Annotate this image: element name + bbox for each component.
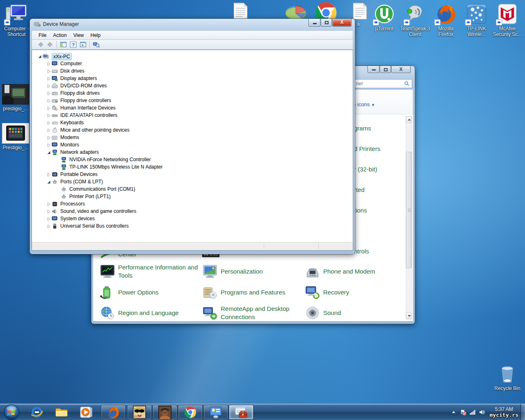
cp-clipped-label[interactable]: rted: [354, 186, 365, 193]
tree-item-label[interactable]: Keyboards: [59, 119, 85, 126]
tree-item-printer-port-lpt1[interactable]: Printer Port (LPT1): [32, 193, 353, 201]
menu-view[interactable]: View: [70, 31, 87, 39]
tree-item-network-adapters[interactable]: Network adapters: [32, 149, 353, 156]
expand-toggle-icon[interactable]: [47, 62, 51, 66]
expand-toggle-icon[interactable]: [47, 99, 51, 103]
expand-toggle-icon[interactable]: [47, 121, 51, 125]
tree-item-label[interactable]: System devices: [59, 215, 96, 222]
tree-item-xxx-pc[interactable]: xXx-PC: [32, 53, 353, 60]
tree-item-dvd-cd-rom-drives[interactable]: DVD/CD-ROM drives: [32, 82, 353, 90]
cp-item-label[interactable]: Performance Information and Tools: [118, 263, 199, 280]
tree-item-label[interactable]: Processors: [59, 201, 86, 207]
tree-item-floppy-disk-drives[interactable]: Floppy disk drives: [32, 90, 353, 97]
taskbar-control-panel-task[interactable]: [203, 405, 228, 420]
expand-toggle-icon[interactable]: [47, 143, 51, 147]
cp-item-label[interactable]: Programs and Features: [221, 288, 301, 297]
cp-item-label[interactable]: Personalization: [221, 267, 301, 276]
desktop-icon-prestigio-photo-1[interactable]: prestigio_...: [0, 84, 31, 112]
tree-item-label[interactable]: Floppy disk drives: [59, 90, 101, 96]
desktop-icon-document-1[interactable]: [225, 2, 256, 21]
menu-file[interactable]: File: [35, 31, 50, 39]
cp-item-personalization[interactable]: Personalization: [203, 260, 301, 283]
tree-item-label[interactable]: Printer Port (LPT1): [68, 193, 112, 200]
desktop-icon-computer-shortcut[interactable]: Computer - Shortcut: [1, 4, 32, 37]
dm-minimize-button[interactable]: [308, 19, 320, 27]
hidden-icons-chevron-icon[interactable]: [450, 409, 457, 415]
cp-item-label[interactable]: Power Options: [118, 288, 199, 297]
desktop-icon-recycle-bin[interactable]: Recycle Bin: [492, 363, 523, 391]
menu-help[interactable]: Help: [87, 31, 104, 39]
cp-item-label[interactable]: Region and Language: [118, 309, 199, 317]
tree-item-label[interactable]: Network adapters: [59, 149, 100, 155]
scrollbar-thumb[interactable]: [406, 152, 412, 268]
tree-item-floppy-drive-controllers[interactable]: Floppy drive controllers: [32, 97, 353, 105]
tree-item-monitors[interactable]: Monitors: [32, 142, 353, 149]
desktop-icon-prestigio-photo-2[interactable]: Prestigio_...: [0, 123, 31, 151]
expand-toggle-icon[interactable]: [47, 128, 51, 132]
console-tree-icon[interactable]: [59, 41, 67, 49]
control-panel-search-box[interactable]: nel: [353, 79, 412, 88]
tree-item-tp-link-150mbps-wireless-lite-n-adapter[interactable]: TP-LINK 150Mbps Wireless Lite N Adapter: [32, 164, 353, 171]
collapse-toggle-icon[interactable]: [38, 55, 42, 59]
taskbar-windows-media-player[interactable]: [75, 405, 97, 420]
tree-item-label[interactable]: Human Interface Devices: [59, 105, 117, 111]
cp-item-label[interactable]: RemoteApp and Desktop Connections: [221, 305, 301, 321]
cp-close-button[interactable]: X: [391, 66, 411, 73]
cp-item-performance-information-and-tools[interactable]: Performance Information and Tools: [100, 260, 199, 283]
taskbar-start-button[interactable]: [2, 404, 21, 420]
tree-item-label[interactable]: Sound, video and game controllers: [59, 208, 137, 215]
tree-item-modems[interactable]: Modems: [32, 134, 353, 142]
cp-item-label[interactable]: Recovery: [323, 288, 404, 297]
cp-clipped-label[interactable]: ntrols: [354, 248, 369, 255]
tree-item-universal-serial-bus-controllers[interactable]: Universal Serial Bus controllers: [32, 223, 353, 230]
back-icon[interactable]: [36, 41, 44, 49]
scroll-down-button[interactable]: [406, 313, 412, 319]
tree-item-label[interactable]: Monitors: [59, 142, 80, 148]
tree-item-portable-devices[interactable]: Portable Devices: [32, 171, 353, 178]
help-icon[interactable]: ?: [69, 41, 77, 49]
tree-item-label[interactable]: Ports (COM & LPT): [59, 178, 104, 185]
expand-toggle-icon[interactable]: [47, 224, 51, 228]
expand-toggle-icon[interactable]: [47, 69, 51, 73]
taskbar-chrome-task[interactable]: [178, 405, 203, 420]
scroll-up-button[interactable]: [406, 116, 412, 123]
tree-item-communications-port-com1[interactable]: Communications Port (COM1): [32, 186, 353, 193]
search-icon[interactable]: [404, 81, 410, 87]
cp-clipped-label[interactable]: d Printers: [354, 145, 380, 152]
tree-item-label[interactable]: Communications Port (COM1): [68, 186, 137, 192]
cp-item-label[interactable]: Sound: [323, 309, 404, 317]
expand-toggle-icon[interactable]: [47, 173, 51, 177]
desktop-icon-mcafee[interactable]: McAfee Security Sc...: [492, 3, 523, 37]
tree-item-label[interactable]: Computer: [59, 60, 83, 67]
tree-item-label[interactable]: Universal Serial Bus controllers: [59, 223, 130, 229]
forward-icon[interactable]: [46, 41, 54, 49]
desktop-icon-firefox-desktop[interactable]: Mozilla Firefox: [430, 3, 461, 37]
expand-toggle-icon[interactable]: [47, 84, 51, 88]
tree-item-display-adapters[interactable]: Display adapters: [32, 75, 353, 82]
tree-item-ports-com-lpt[interactable]: Ports (COM & LPT): [32, 178, 353, 186]
collapse-toggle-icon[interactable]: [47, 180, 51, 184]
cp-item-remoteapp-and-desktop-connections[interactable]: RemoteApp and Desktop Connections: [203, 301, 301, 321]
device-manager-window[interactable]: Device Manager X FileActionViewHelp ? xX…: [30, 18, 355, 254]
cp-minimize-button[interactable]: [368, 66, 379, 73]
tree-item-sound-video-and-game-controllers[interactable]: Sound, video and game controllers: [32, 208, 353, 215]
expand-toggle-icon[interactable]: [47, 202, 51, 206]
taskbar-internet-explorer[interactable]: [26, 405, 48, 420]
volume-icon[interactable]: [479, 409, 485, 415]
taskbar-firefox-task[interactable]: [101, 405, 126, 420]
scan-hardware-icon[interactable]: [92, 41, 100, 49]
dm-maximize-button[interactable]: [321, 19, 332, 27]
cp-vertical-scrollbar[interactable]: [406, 116, 412, 320]
cp-clipped-label[interactable]: r (32-bit): [354, 166, 377, 173]
collapse-toggle-icon[interactable]: [47, 151, 51, 155]
tree-item-label[interactable]: NVIDIA nForce Networking Controller: [68, 156, 152, 163]
show-desktop-button[interactable]: [520, 404, 525, 420]
taskbar-windows-explorer[interactable]: [51, 405, 72, 420]
expand-toggle-icon[interactable]: [47, 217, 51, 221]
tree-item-system-devices[interactable]: System devices: [32, 215, 353, 223]
action-pane-icon[interactable]: [79, 41, 87, 49]
tree-item-label[interactable]: Portable Devices: [59, 171, 99, 178]
desktop-icon-teamspeak[interactable]: TeamSpeak 3 Client: [399, 3, 431, 37]
taskbar-gta-window-2[interactable]: [153, 405, 177, 420]
cp-clipped-label[interactable]: grams: [354, 125, 371, 132]
